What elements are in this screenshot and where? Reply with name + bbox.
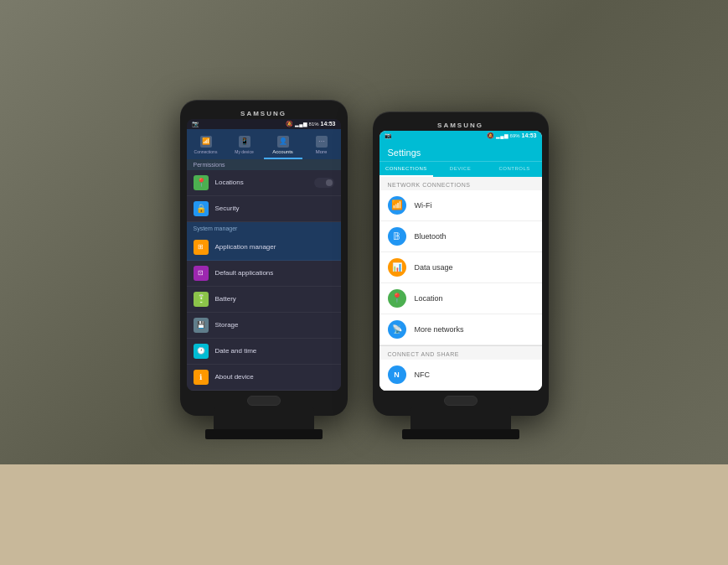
wifi-icon: 📶 <box>388 196 406 215</box>
phone2-time: 14:53 <box>522 132 537 138</box>
data-usage-label: Data usage <box>415 263 453 272</box>
item-default-apps[interactable]: ⊡ Default applications <box>187 261 341 287</box>
phone1-battery: 81% <box>309 122 319 127</box>
bluetooth-icon: 𝔹 <box>388 227 406 246</box>
item-about-device[interactable]: ℹ About device <box>187 365 341 391</box>
more-icon: ⋯ <box>316 136 328 148</box>
tab-mydevice[interactable]: 📱 My device <box>225 132 264 159</box>
location-icon: 📍 <box>194 175 209 190</box>
security-icon: 🔒 <box>194 201 209 216</box>
item-nfc[interactable]: N NFC <box>379 360 542 391</box>
phone1-brand: SAMSUNG <box>187 106 341 119</box>
item-more-networks[interactable]: 📡 More networks <box>379 314 542 345</box>
phone1-home-button[interactable] <box>247 396 281 406</box>
tab-connections-label: Connections <box>194 149 218 154</box>
tab-device-label: DEVICE <box>450 166 471 171</box>
tab-accounts-label: Accounts <box>272 149 293 154</box>
phone1-wrapper: SAMSUNG 📷 🔕 ▂▄▆ 81% 14:53 <box>180 100 348 416</box>
tab-device[interactable]: DEVICE <box>433 162 488 177</box>
phone2-screen: 📷 🔕 ▂▄▆ 69% 14:53 Settings C <box>379 131 542 391</box>
phones-container: SAMSUNG 📷 🔕 ▂▄▆ 81% 14:53 <box>180 100 549 466</box>
mydevice-icon: 📱 <box>239 136 250 148</box>
system-manager-header: System manager <box>187 222 341 235</box>
phone2-status-right: 🔕 ▂▄▆ 69% 14:53 <box>487 132 536 139</box>
table-surface <box>0 464 728 565</box>
phone2-stand <box>410 407 511 433</box>
item-data-usage[interactable]: 📊 Data usage <box>379 252 542 283</box>
phone2-battery: 69% <box>510 133 520 138</box>
app-manager-icon: ⊞ <box>194 240 209 255</box>
phone2-status-icon: 📷 <box>385 132 392 139</box>
tab-more-label: More <box>316 149 328 154</box>
storage-label: Storage <box>215 321 334 329</box>
tab-controls[interactable]: CONTROLS <box>488 162 542 177</box>
tab-connections-p2-label: CONNECTIONS <box>385 166 427 171</box>
tab-mydevice-label: My device <box>235 149 254 154</box>
permissions-label: Permissions <box>194 162 225 168</box>
security-label: Security <box>215 205 334 212</box>
location-label: Locations <box>215 179 307 186</box>
phone1-bottom <box>187 391 341 409</box>
bluetooth-label: Bluetooth <box>415 232 447 241</box>
phone2-wrapper: SAMSUNG 📷 🔕 ▂▄▆ 69% 14:53 Setti <box>373 111 549 416</box>
phone2-mute-icon: 🔕 <box>487 132 494 139</box>
phone2-home-button[interactable] <box>444 396 478 406</box>
tab-accounts[interactable]: 👤 Accounts <box>264 132 302 159</box>
phone2: SAMSUNG 📷 🔕 ▂▄▆ 69% 14:53 Setti <box>373 111 549 416</box>
tab-connections-p2[interactable]: CONNECTIONS <box>379 162 434 177</box>
nfc-icon: N <box>388 365 406 384</box>
location-p2-icon: 📍 <box>388 289 406 308</box>
phone2-status-left: 📷 <box>385 132 392 139</box>
item-app-manager[interactable]: ⊞ Application manager <box>187 235 341 261</box>
item-wifi[interactable]: 📶 Wi-Fi <box>379 190 542 221</box>
tab-controls-label: CONTROLS <box>499 166 530 171</box>
phone1-status-right: 🔕 ▂▄▆ 81% 14:53 <box>286 121 335 127</box>
connections-icon: 📶 <box>200 136 212 148</box>
battery-label: Battery <box>215 295 334 303</box>
phone1-status-left: 📷 <box>192 121 199 127</box>
phone1: SAMSUNG 📷 🔕 ▂▄▆ 81% 14:53 <box>180 100 348 416</box>
phone2-settings-tabs: CONNECTIONS DEVICE CONTROLS <box>379 161 542 177</box>
network-section-label: NETWORK CONNECTIONS <box>379 177 542 190</box>
item-bluetooth[interactable]: 𝔹 Bluetooth <box>379 221 542 252</box>
phone1-time: 14:53 <box>321 121 336 127</box>
location-p2-label: Location <box>415 294 443 303</box>
more-networks-label: More networks <box>415 325 464 334</box>
phone2-status-bar: 📷 🔕 ▂▄▆ 69% 14:53 <box>379 131 542 141</box>
about-label: About device <box>215 373 334 381</box>
date-time-icon: 🕐 <box>194 344 209 359</box>
item-date-time[interactable]: 🕐 Date and time <box>187 339 341 365</box>
phone1-screen: 📷 🔕 ▂▄▆ 81% 14:53 📶 Connections <box>187 119 341 391</box>
more-networks-icon: 📡 <box>388 320 406 339</box>
system-manager-label: System manager <box>194 225 238 231</box>
default-apps-icon: ⊡ <box>194 266 209 281</box>
item-battery[interactable]: 🔋 Battery <box>187 287 341 313</box>
accounts-icon: 👤 <box>277 136 289 148</box>
item-locations[interactable]: 📍 Locations <box>187 170 341 196</box>
connect-share-label: CONNECT AND SHARE <box>379 345 542 360</box>
phone2-bottom <box>379 391 542 409</box>
phone1-nav-tabs: 📶 Connections 📱 My device 👤 Accounts ⋯ M… <box>187 129 341 159</box>
item-storage[interactable]: 💾 Storage <box>187 313 341 339</box>
default-apps-label: Default applications <box>215 269 334 277</box>
tab-more[interactable]: ⋯ More <box>302 132 341 159</box>
item-security[interactable]: 🔒 Security <box>187 196 341 222</box>
wifi-label: Wi-Fi <box>415 201 432 210</box>
nfc-label: NFC <box>415 371 431 379</box>
settings-title: Settings <box>388 148 421 158</box>
about-icon: ℹ <box>194 370 209 385</box>
location-toggle[interactable] <box>314 178 334 188</box>
phone1-stand <box>214 407 314 433</box>
phone2-settings-header: Settings <box>379 141 542 161</box>
date-time-label: Date and time <box>215 347 334 355</box>
tab-connections[interactable]: 📶 Connections <box>187 132 225 159</box>
phone1-mute-icon: 🔕 <box>286 121 293 127</box>
phone1-settings-list: 📍 Locations 🔒 Security System manager <box>187 170 341 391</box>
phone2-brand: SAMSUNG <box>379 118 542 131</box>
item-location[interactable]: 📍 Location <box>379 283 542 314</box>
storage-icon: 💾 <box>194 318 209 333</box>
phone1-signal: ▂▄▆ <box>295 121 307 127</box>
phone1-status-icon: 📷 <box>192 121 199 127</box>
battery-icon: 🔋 <box>194 292 209 307</box>
app-manager-label: Application manager <box>215 243 334 251</box>
